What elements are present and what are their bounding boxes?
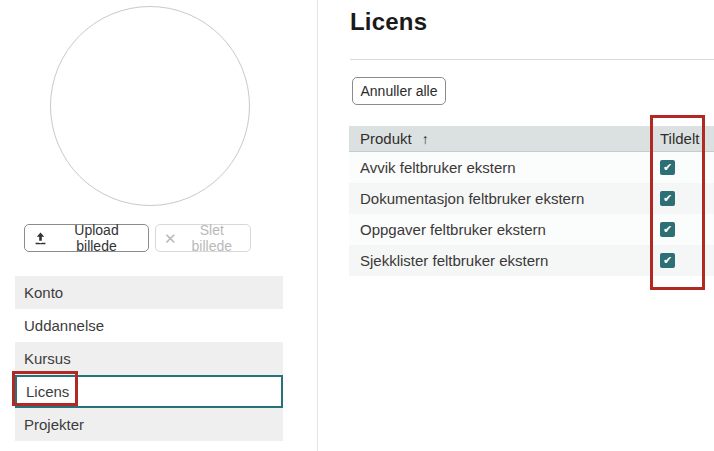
license-table: Produkt ↑ Tildelt Avvik feltbruker ekste… — [349, 126, 714, 276]
assigned-cell: ✔ — [660, 160, 675, 175]
nav-item-kursus[interactable]: Kursus — [15, 342, 283, 375]
upload-icon — [33, 231, 48, 246]
assigned-checkbox-checked[interactable]: ✔ — [660, 222, 675, 237]
page-title: Licens — [350, 8, 427, 36]
nav-item-konto[interactable]: Konto — [15, 276, 283, 309]
table-header-row: Produkt ↑ Tildelt — [349, 126, 714, 152]
nav-item-label: Kursus — [24, 350, 71, 367]
upload-image-label: Upload billede — [53, 222, 140, 254]
product-name: Dokumentasjon feltbruker ekstern — [349, 190, 584, 207]
assigned-checkbox-checked[interactable]: ✔ — [660, 253, 675, 268]
product-name: Avvik feltbruker ekstern — [349, 159, 516, 176]
delete-image-label: Slet billede — [182, 222, 242, 254]
assigned-cell: ✔ — [660, 253, 675, 268]
assigned-cell: ✔ — [660, 222, 675, 237]
table-body: Avvik feltbruker ekstern✔Dokumentasjon f… — [349, 152, 714, 276]
assigned-cell: ✔ — [660, 191, 675, 206]
nav-item-label: Licens — [26, 383, 69, 400]
nav-item-uddannelse[interactable]: Uddannelse — [15, 309, 283, 342]
table-row: Avvik feltbruker ekstern✔ — [349, 152, 714, 183]
cancel-all-button[interactable]: Annuller alle — [352, 77, 446, 105]
avatar-placeholder — [50, 6, 250, 206]
x-icon: ✕ — [164, 231, 177, 246]
assigned-checkbox-checked[interactable]: ✔ — [660, 160, 675, 175]
product-name: Oppgaver feltbruker ekstern — [349, 221, 546, 238]
column-header-assigned[interactable]: Tildelt — [660, 130, 699, 147]
profile-section-nav: KontoUddannelseKursusLicensProjekter — [15, 276, 283, 441]
user-profile-page: Upload billede ✕ Slet billede KontoUddan… — [0, 0, 714, 451]
table-row: Dokumentasjon feltbruker ekstern✔ — [349, 183, 714, 214]
nav-item-label: Konto — [24, 284, 63, 301]
panel-divider — [317, 0, 318, 451]
table-row: Oppgaver feltbruker ekstern✔ — [349, 214, 714, 245]
nav-item-licens[interactable]: Licens — [15, 375, 283, 408]
table-row: Sjekklister feltbruker ekstern✔ — [349, 245, 714, 276]
nav-item-projekter[interactable]: Projekter — [15, 408, 283, 441]
assigned-checkbox-checked[interactable]: ✔ — [660, 191, 675, 206]
column-header-product[interactable]: Produkt ↑ — [349, 130, 429, 147]
upload-image-button[interactable]: Upload billede — [24, 224, 149, 252]
product-column-label: Produkt — [360, 130, 412, 147]
product-name: Sjekklister feltbruker ekstern — [349, 252, 548, 269]
nav-item-label: Projekter — [24, 416, 84, 433]
nav-item-label: Uddannelse — [24, 317, 104, 334]
sort-ascending-icon: ↑ — [422, 131, 429, 147]
title-divider — [350, 59, 714, 60]
delete-image-button[interactable]: ✕ Slet billede — [155, 224, 251, 252]
